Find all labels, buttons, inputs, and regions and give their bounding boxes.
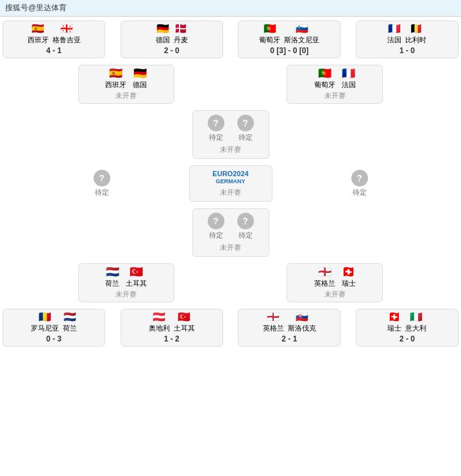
question-mark-icon: ? [94,170,110,186]
r16-bottom-row: 🇷🇴 罗马尼亚 🇳🇱 荷兰 0 - 3 🇦🇹 奥地利 [3,309,458,347]
team-slovakia-r16: 🇸🇰 斯洛伐克 [288,312,316,333]
team-austria-r16: 🇦🇹 奥地利 [149,312,170,333]
team-georgia-r16: 🇬🇪 格鲁吉亚 [53,24,81,45]
question-mark-icon: ? [351,170,368,186]
qf-match-2: 🇵🇹 葡萄牙 🇫🇷 法国 未开赛 [287,65,383,104]
r16-match-6: 🇦🇹 奥地利 🇹🇷 土耳其 1 - 2 [121,309,223,347]
team-england-r16: 🏴󠁧󠁢󠁥󠁮󠁧󠁿 英格兰 [263,312,284,333]
sf-top-row: ? 待定 ? 待定 未开赛 [3,110,458,159]
question-mark-icon: ? [237,115,254,131]
r16-match-7: 🏴󠁧󠁢󠁥󠁮󠁧󠁿 英格兰 🇸🇰 斯洛伐克 2 - 1 [238,309,340,347]
sf-bottom-match: ? 待定 ? 待定 未开赛 [192,208,269,257]
r16-match-4: 🇫🇷 法国 🇧🇪 比利时 1 - 0 [356,21,458,58]
team-spain-qf: 🇪🇸 西班牙 [105,68,126,90]
team-switzerland-r16: 🇨🇭 瑞士 [387,312,401,333]
question-mark-icon: ? [237,213,254,229]
question-mark-icon: ? [208,213,224,229]
qf-match-3: 🇳🇱 荷兰 🇹🇷 土耳其 未开赛 [78,263,174,302]
team-belgium-r16: 🇧🇪 比利时 [405,24,426,45]
header: 搜狐号@里达体育 [0,0,461,17]
team-england-qf: 🏴󠁧󠁢󠁥󠁮󠁧󠁿 英格兰 [314,267,335,288]
qf-bottom-row: 🇳🇱 荷兰 🇹🇷 土耳其 未开赛 🏴󠁧󠁢󠁥󠁮󠁧󠁿 英格兰 [3,263,458,302]
question-mark-icon: ? [208,115,224,131]
r16-match-1: 🇪🇸 西班牙 🇬🇪 格鲁吉亚 4 - 1 [3,21,105,58]
qf-match-4: 🏴󠁧󠁢󠁥󠁮󠁧󠁿 英格兰 🇨🇭 瑞士 未开赛 [287,263,383,302]
team-denmark-r16: 🇩🇰 丹麦 [174,24,188,45]
team-france-qf: 🇫🇷 法国 [342,68,356,90]
team-germany-qf: 🇩🇪 德国 [133,68,147,90]
bracket-container: 🇪🇸 西班牙 🇬🇪 格鲁吉亚 4 - 1 🇩🇪 德国 [0,17,461,350]
final-row: ? 待定 EURO2024 GERMANY 未开赛 ? 待定 [3,165,458,202]
r16-match-2: 🇩🇪 德国 🇩🇰 丹麦 2 - 0 [121,21,223,58]
sf-top-team2: ? 待定 [237,115,254,142]
qf-top-row: 🇪🇸 西班牙 🇩🇪 德国 未开赛 🇵🇹 葡萄牙 [3,65,458,104]
r16-match-5: 🇷🇴 罗马尼亚 🇳🇱 荷兰 0 - 3 [3,309,105,347]
final-team1: ? 待定 [94,170,110,197]
team-france-r16: 🇫🇷 法国 [387,24,401,45]
team-portugal-r16: 🇵🇹 葡萄牙 [259,24,280,45]
team-slovenia-r16: 🇸🇮 斯洛文尼亚 [284,24,319,45]
team-switzerland-qf: 🇨🇭 瑞士 [342,267,356,288]
sf-bottom-team2: ? 待定 [237,213,254,240]
final-team2: ? 待定 [351,170,368,197]
sf-bottom-row: ? 待定 ? 待定 未开赛 [3,208,458,257]
team-italy-r16: 🇮🇹 意大利 [405,312,426,333]
r16-match-3: 🇵🇹 葡萄牙 🇸🇮 斯洛文尼亚 0 [3] - 0 [0] [238,21,340,58]
team-germany-r16: 🇩🇪 德国 [156,24,170,45]
team-turkey-r16: 🇹🇷 土耳其 [174,312,195,333]
team-netherlands-qf: 🇳🇱 荷兰 [105,267,119,288]
team-turkey-qf: 🇹🇷 土耳其 [126,267,147,288]
team-romania-r16: 🇷🇴 罗马尼亚 [31,312,59,333]
final-match: EURO2024 GERMANY 未开赛 [189,165,272,202]
sf-bottom-team1: ? 待定 [208,213,224,240]
sf-top-team1: ? 待定 [208,115,224,142]
r16-top-row: 🇪🇸 西班牙 🇬🇪 格鲁吉亚 4 - 1 🇩🇪 德国 [3,21,458,58]
team-portugal-qf: 🇵🇹 葡萄牙 [314,68,335,90]
r16-match-8: 🇨🇭 瑞士 🇮🇹 意大利 2 - 0 [356,309,458,347]
team-spain-r16: 🇪🇸 西班牙 [28,24,49,45]
qf-match-1: 🇪🇸 西班牙 🇩🇪 德国 未开赛 [78,65,174,104]
team-netherlands-r16: 🇳🇱 荷兰 [63,312,77,333]
sf-top-match: ? 待定 ? 待定 未开赛 [192,110,269,159]
